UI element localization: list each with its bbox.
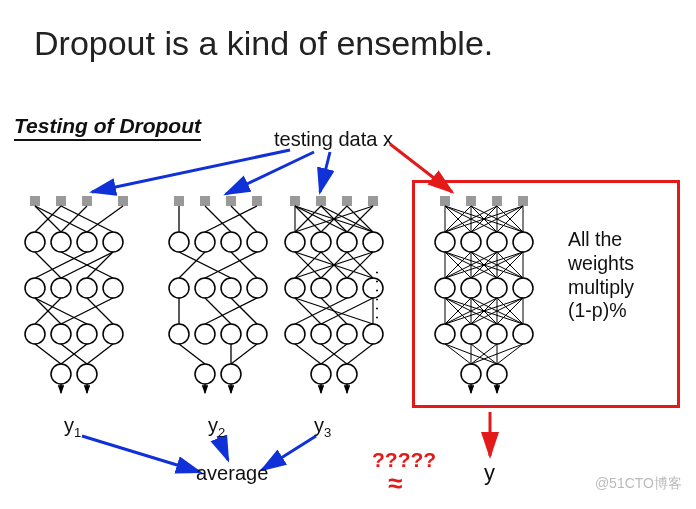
svg-rect-10	[82, 196, 92, 206]
svg-point-12	[25, 232, 45, 252]
svg-line-79	[231, 344, 257, 364]
svg-rect-132	[440, 196, 450, 206]
svg-point-19	[103, 278, 123, 298]
svg-point-144	[435, 324, 455, 344]
svg-point-91	[285, 278, 305, 298]
svg-line-103	[295, 206, 347, 232]
svg-rect-48	[174, 196, 184, 206]
svg-line-45	[87, 344, 113, 364]
svg-point-147	[513, 324, 533, 344]
svg-point-13	[51, 232, 71, 252]
svg-point-62	[221, 324, 241, 344]
svg-rect-134	[492, 196, 502, 206]
svg-point-18	[77, 278, 97, 298]
weight-scaling-note: All the weights multiply (1-p)%	[568, 228, 688, 323]
svg-line-27	[35, 206, 87, 232]
note-line-1: All the	[568, 228, 622, 250]
ellipsis: ......	[371, 270, 392, 324]
svg-point-145	[461, 324, 481, 344]
svg-rect-51	[252, 196, 262, 206]
output-y1: y1	[64, 414, 81, 440]
svg-point-137	[461, 232, 481, 252]
svg-point-64	[195, 364, 215, 384]
svg-point-55	[247, 232, 267, 252]
svg-point-146	[487, 324, 507, 344]
svg-point-25	[77, 364, 97, 384]
svg-rect-8	[30, 196, 40, 206]
svg-point-95	[285, 324, 305, 344]
svg-line-72	[179, 252, 205, 278]
note-line-3: multiply	[568, 276, 634, 298]
svg-point-65	[221, 364, 241, 384]
note-line-4: (1-p)%	[568, 299, 627, 321]
svg-point-58	[221, 278, 241, 298]
svg-line-31	[61, 206, 87, 232]
svg-point-16	[25, 278, 45, 298]
svg-point-148	[461, 364, 481, 384]
output-y3: y3	[314, 414, 331, 440]
svg-point-136	[435, 232, 455, 252]
svg-rect-9	[56, 196, 66, 206]
svg-rect-49	[200, 196, 210, 206]
svg-point-14	[77, 232, 97, 252]
svg-line-69	[231, 206, 257, 232]
approx-symbol: ≈	[388, 468, 402, 499]
svg-point-97	[337, 324, 357, 344]
svg-point-87	[285, 232, 305, 252]
svg-rect-133	[466, 196, 476, 206]
svg-point-98	[363, 324, 383, 344]
svg-point-24	[51, 364, 71, 384]
svg-rect-11	[118, 196, 128, 206]
svg-line-6	[262, 436, 316, 470]
svg-point-92	[311, 278, 331, 298]
svg-line-34	[35, 252, 87, 278]
svg-point-53	[195, 232, 215, 252]
svg-line-122	[295, 298, 347, 324]
svg-point-149	[487, 364, 507, 384]
svg-line-107	[321, 206, 373, 232]
svg-point-17	[51, 278, 71, 298]
svg-line-35	[87, 252, 113, 278]
svg-rect-83	[290, 196, 300, 206]
svg-point-52	[169, 232, 189, 252]
svg-line-70	[179, 252, 231, 278]
svg-line-74	[205, 298, 231, 324]
average-label: average	[196, 462, 268, 485]
output-y-full: y	[484, 460, 495, 486]
watermark: @51CTO博客	[595, 475, 682, 493]
svg-line-0	[92, 150, 290, 192]
svg-line-73	[205, 252, 257, 278]
full-network	[428, 196, 548, 394]
svg-line-1	[226, 152, 314, 194]
svg-line-32	[35, 252, 61, 278]
svg-line-40	[61, 298, 113, 324]
svg-line-78	[179, 344, 205, 364]
svg-point-23	[103, 324, 123, 344]
svg-rect-135	[518, 196, 528, 206]
svg-point-56	[169, 278, 189, 298]
svg-rect-50	[226, 196, 236, 206]
subnet-2	[162, 196, 282, 394]
svg-line-68	[205, 206, 257, 232]
svg-point-54	[221, 232, 241, 252]
svg-line-4	[82, 436, 200, 472]
svg-point-99	[311, 364, 331, 384]
svg-line-77	[231, 298, 257, 324]
svg-rect-86	[368, 196, 378, 206]
svg-line-2	[320, 152, 330, 192]
svg-point-57	[195, 278, 215, 298]
svg-line-76	[205, 298, 257, 324]
svg-point-93	[337, 278, 357, 298]
svg-point-89	[337, 232, 357, 252]
svg-line-205	[497, 344, 523, 364]
svg-point-139	[513, 232, 533, 252]
output-y2: y2	[208, 414, 225, 440]
svg-point-142	[487, 278, 507, 298]
svg-point-63	[247, 324, 267, 344]
svg-line-39	[87, 298, 113, 324]
svg-line-198	[445, 344, 471, 364]
svg-point-140	[435, 278, 455, 298]
svg-point-15	[103, 232, 123, 252]
svg-line-124	[295, 298, 373, 324]
svg-line-67	[205, 206, 231, 232]
